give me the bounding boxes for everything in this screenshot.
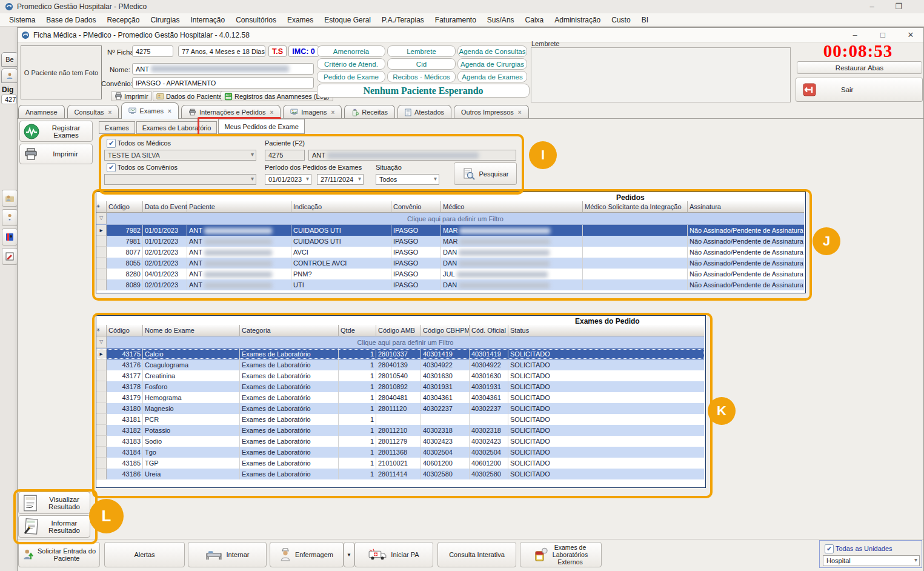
imprimir-header-button[interactable]: Imprimir (111, 91, 152, 101)
menu-item-internacao[interactable]: Internação (185, 14, 230, 26)
table-row[interactable]: 43176CoagulogramaExames de Laboratório12… (96, 359, 704, 370)
ficha-field[interactable]: 4275 (132, 45, 173, 57)
table-row[interactable]: 805502/01/2023ANTCONTROLE AVCIIPASGODANN… (96, 258, 804, 269)
table-row[interactable]: 43181PCRExames de Laboratório1SOLICITADO (96, 414, 704, 425)
subtab-exames[interactable]: Exames (99, 121, 135, 134)
background-doctor-icon[interactable] (2, 209, 18, 226)
agenda-de-cirurgias-button[interactable]: Agenda de Cirurgias (457, 58, 527, 70)
tab-consultas[interactable]: Consultas× (67, 105, 119, 119)
menu-item-bi[interactable]: BI (636, 14, 654, 26)
lembrete-button[interactable]: Lembrete (387, 45, 456, 57)
table-row[interactable]: 43186UreiaExames de Laboratório128011414… (96, 469, 704, 479)
window-close-button[interactable]: ✕ (904, 30, 917, 41)
menu-item-custo[interactable]: Custo (606, 14, 636, 26)
medico-dropdown[interactable]: TESTE DA SILVA▾ (104, 150, 256, 161)
background-patients-icon[interactable] (2, 190, 18, 207)
tab-exames[interactable]: Exames× (121, 102, 179, 119)
column-header-codigo[interactable]: Código (107, 201, 143, 213)
unidade-dropdown[interactable]: Hospital▾ (823, 555, 920, 566)
column-header-amb[interactable]: Código AMB (376, 325, 421, 336)
data-inicio-dropdown[interactable]: 01/01/2023▾ (265, 174, 311, 185)
consulta-interativa-button[interactable]: Consulta Interativa (437, 542, 516, 567)
menu-item-faturamento[interactable]: Faturamento (430, 14, 482, 26)
column-header-indicacao[interactable]: Indicação (291, 201, 391, 213)
recibos-medicos-button[interactable]: Recibos - Médicos (387, 71, 456, 82)
paciente-codigo-field[interactable]: 4275 (265, 150, 305, 161)
registros-anamneses-button[interactable]: ACTLOG Registros das Anamneses (Log) (221, 91, 333, 101)
column-header-medico[interactable]: Médico (441, 201, 583, 213)
close-icon[interactable]: × (518, 109, 522, 116)
table-row[interactable]: 43182PotassioExames de Laboratório128011… (96, 425, 704, 436)
menu-item-sistema[interactable]: Sistema (4, 14, 41, 26)
column-header-categoria[interactable]: Categoria (240, 325, 339, 336)
menu-item-exames[interactable]: Exames (282, 14, 319, 26)
pesquisar-button[interactable]: Pesquisar (454, 162, 517, 185)
table-row[interactable]: 798101/01/2023ANTCUIDADOS UTIIPASGOMARNã… (96, 236, 804, 247)
column-header-integracao[interactable]: Médico Solicitante da Integração (583, 201, 688, 213)
subtab-exames-de-laboratorio[interactable]: Exames de Laboratório (136, 121, 218, 134)
visualizar-resultado-button[interactable]: VisualizarResultado (18, 492, 90, 514)
enfermagem-dropdown-arrow[interactable]: ▼ (344, 542, 354, 567)
amenorreia-button[interactable]: Amenorreia (317, 45, 385, 57)
app-minimize-button[interactable]: – (865, 1, 879, 12)
convenio-dropdown[interactable]: ▾ (104, 174, 256, 185)
column-header-data[interactable]: Data do Event (143, 201, 187, 213)
internar-button[interactable]: Internar (188, 542, 267, 567)
table-row[interactable]: ▸43175CalcioExames de Laboratório1280103… (96, 349, 704, 359)
menu-item-consultorios[interactable]: Consultórios (230, 14, 282, 26)
menu-item-base-de-dados[interactable]: Base de Dados (41, 14, 101, 26)
window-maximize-button[interactable]: □ (876, 30, 889, 41)
situacao-dropdown[interactable]: Todos▾ (376, 174, 439, 185)
ts-badge[interactable]: T.S (268, 45, 287, 57)
table-row[interactable]: 43184TgoExames de Laboratório12801136840… (96, 447, 704, 458)
imc-badge[interactable]: IMC: 0 (288, 45, 319, 57)
registrar-exames-button[interactable]: Registrar Exames (19, 121, 93, 142)
enfermagem-button[interactable]: Enfermagem (270, 542, 344, 567)
nome-field[interactable]: ANT (132, 63, 314, 75)
background-tab-be[interactable]: Be (1, 52, 18, 67)
table-row[interactable]: 828004/01/2023ANTPNM?IPASGOJULNão Assina… (96, 269, 804, 279)
background-tab-person[interactable] (1, 68, 18, 83)
todos-os-medicos-checkbox[interactable]: ✔ (107, 139, 116, 148)
menu-item-cirurgias[interactable]: Cirurgias (145, 14, 185, 26)
pedido-de-exame-button[interactable]: Pedido de Exame (317, 71, 385, 82)
close-icon[interactable]: × (168, 108, 171, 115)
imprimir-side-button[interactable]: Imprimir (19, 144, 93, 164)
app-restore-button[interactable]: ❐ (892, 1, 905, 12)
tab-imagens[interactable]: Imagens× (283, 105, 342, 119)
column-header-assinatura[interactable]: Assinatura (688, 201, 804, 213)
column-header-status[interactable]: Status (508, 325, 704, 336)
paciente-nome-field[interactable]: ANT (308, 150, 516, 161)
column-header-paciente[interactable]: Paciente (187, 201, 291, 213)
column-header-codigo[interactable]: Código (107, 325, 143, 336)
tab-atestados[interactable]: Atestados (397, 105, 451, 119)
alertas-button[interactable]: Alertas (104, 542, 185, 567)
tab-outros-impressos[interactable]: Outros Impressos× (454, 105, 529, 119)
menu-item-sus-ans[interactable]: Sus/Ans (482, 14, 520, 26)
table-row[interactable]: 43177CreatininaExames de Laboratório1280… (96, 370, 704, 381)
todos-os-convenios-checkbox[interactable]: ✔ (107, 163, 116, 172)
close-icon[interactable]: × (331, 109, 334, 116)
tab-receitas[interactable]: Receitas (344, 105, 395, 119)
background-notepad-icon[interactable] (2, 248, 18, 265)
table-row[interactable]: 808902/01/2023ANTUTIIPASGODANNão Assinad… (96, 279, 804, 290)
table-row[interactable]: 43185TGPExames de Laboratório12101002140… (96, 458, 704, 469)
table-row[interactable]: 43183SodioExames de Laboratório128011279… (96, 436, 704, 447)
agenda-de-consultas-button[interactable]: Agenda de Consultas (457, 45, 527, 57)
data-fim-dropdown[interactable]: 27/11/2024▾ (317, 174, 364, 185)
background-book-icon[interactable] (2, 229, 18, 245)
subtab-meus-pedidos-de-exame[interactable]: Meus Pedidos de Exame (218, 119, 304, 134)
lembrete-box[interactable] (531, 47, 791, 102)
table-row[interactable]: 807702/01/2023ANTAVCIIPASGODANNão Assina… (96, 247, 804, 258)
cid-button[interactable]: Cid (387, 58, 456, 70)
column-header-convenio[interactable]: Convênio (391, 201, 441, 213)
table-row[interactable]: 43178FosforoExames de Laboratório1280108… (96, 381, 704, 392)
column-header-oficial[interactable]: Cód. Oficial (470, 325, 508, 336)
informar-resultado-button[interactable]: InformarResultado (18, 515, 90, 538)
column-header-nome[interactable]: Nome do Exame (143, 325, 240, 336)
menu-item-caixa[interactable]: Caixa (520, 14, 550, 26)
convenio-field[interactable]: IPASGO - APARTAMENTO (132, 77, 314, 88)
todas-as-unidades-checkbox[interactable]: ✔ (825, 544, 834, 553)
restaurar-abas-button[interactable]: Restaurar Abas (797, 61, 922, 74)
dados-do-paciente-button[interactable]: Dados do Paciente (153, 91, 226, 101)
